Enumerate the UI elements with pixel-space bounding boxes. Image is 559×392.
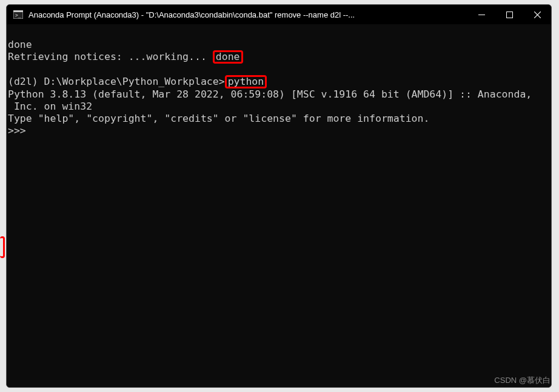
- titlebar[interactable]: >_ Anaconda Prompt (Anaconda3) - "D:\Ana…: [7, 5, 551, 24]
- terminal-output[interactable]: doneRetrieving notices: ...working... do…: [7, 24, 551, 387]
- terminal-line: Python 3.8.13 (default, Mar 28 2022, 06:…: [8, 88, 550, 101]
- terminal-line: Inc. on win32: [8, 101, 550, 113]
- window-controls: [467, 5, 551, 24]
- terminal-line: [8, 64, 550, 76]
- terminal-window: >_ Anaconda Prompt (Anaconda3) - "D:\Ana…: [6, 4, 552, 388]
- svg-rect-1: [13, 10, 23, 12]
- terminal-text: Retrieving notices: ...working...: [8, 51, 213, 62]
- app-icon: >_: [13, 9, 24, 20]
- watermark: CSDN @慕伏白: [494, 375, 551, 386]
- maximize-button[interactable]: [495, 5, 523, 24]
- terminal-line: (d2l) D:\Workplace\Python_Workplace>pyth…: [8, 76, 550, 88]
- close-button[interactable]: [523, 5, 551, 24]
- terminal-line: done: [8, 39, 550, 51]
- terminal-line: Retrieving notices: ...working... done: [8, 51, 550, 64]
- highlight-python: python: [225, 75, 267, 88]
- highlight-done: done: [213, 50, 243, 64]
- python-prompt: >>>: [8, 125, 550, 137]
- svg-text:>_: >_: [15, 13, 21, 18]
- terminal-line: Type "help", "copyright", "credits" or "…: [8, 113, 550, 125]
- minimize-button[interactable]: [467, 5, 495, 24]
- prompt-text: (d2l) D:\Workplace\Python_Workplace>: [8, 76, 225, 87]
- background-highlight: [0, 236, 5, 258]
- window-title: Anaconda Prompt (Anaconda3) - "D:\Anacon…: [28, 10, 467, 19]
- svg-rect-4: [506, 12, 512, 18]
